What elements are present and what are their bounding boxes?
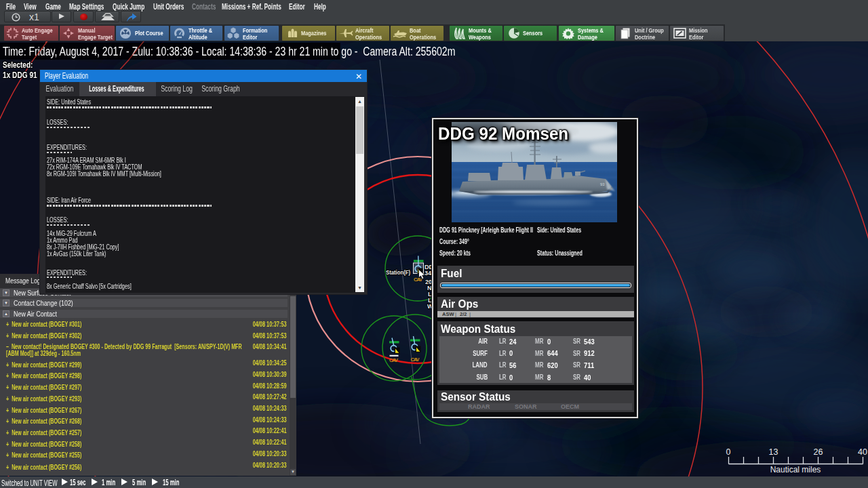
svg-text:CAV: CAV	[411, 357, 420, 363]
svg-text:40: 40	[858, 447, 867, 457]
svg-text:26: 26	[814, 447, 823, 457]
svg-text:0: 0	[726, 447, 731, 457]
svg-text:93: 93	[600, 182, 605, 186]
svg-text:13: 13	[769, 447, 778, 457]
svg-text:Station(F): Station(F)	[386, 269, 410, 276]
svg-text:CAV: CAV	[389, 357, 398, 363]
svg-text:Nautical miles: Nautical miles	[770, 465, 821, 474]
